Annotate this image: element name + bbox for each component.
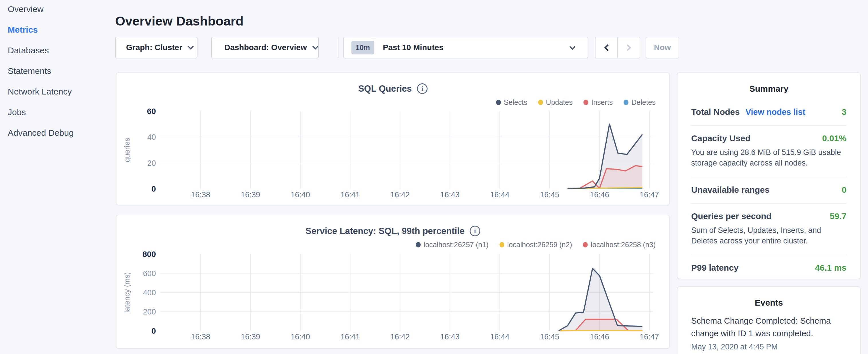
events-list: Schema Change Completed: Schema change w…	[677, 315, 860, 351]
graph-dropdown[interactable]: Graph: Cluster	[115, 37, 197, 58]
x-tick-label: 16:40	[290, 332, 310, 341]
event-timestamp: May 13, 2020 at 4:45 PM	[691, 343, 846, 351]
summary-row-value: 0.01%	[822, 133, 846, 143]
x-tick-label: 16:42	[390, 190, 410, 199]
y-tick-label: 60	[147, 107, 156, 116]
chevron-down-icon	[188, 43, 194, 49]
summary-row-description: Sum of Selects, Updates, Inserts, and De…	[691, 225, 846, 246]
sidebar-nav: OverviewMetricsDatabasesStatementsNetwor…	[0, 0, 106, 138]
x-tick-label: 16:47	[640, 190, 659, 199]
summary-row-capacity-used: Capacity Used0.01%You are using 28.6 MiB…	[691, 126, 846, 177]
x-tick-label: 16:45	[540, 332, 559, 341]
y-tick-label: 200	[143, 308, 156, 316]
sql-queries-chart-canvas[interactable]: 020406016:3816:3916:4016:4116:4216:4316:…	[116, 73, 671, 206]
summary-row-label: Unavailable ranges	[691, 185, 769, 195]
summary-rows: Total NodesView nodes list3Capacity Used…	[677, 99, 860, 281]
y-tick-label: 20	[147, 159, 156, 167]
x-tick-label: 16:42	[390, 332, 410, 341]
x-tick-label: 16:40	[290, 190, 310, 199]
sidebar-item-overview[interactable]: Overview	[8, 4, 106, 14]
chevron-left-icon	[604, 44, 611, 51]
x-tick-label: 16:41	[340, 332, 360, 341]
summary-row-queries-per-second: Queries per second59.7Sum of Selects, Up…	[691, 204, 846, 255]
sidebar-item-databases[interactable]: Databases	[8, 45, 106, 56]
summary-row-label: Total Nodes	[691, 107, 740, 117]
graph-dropdown-label: Graph: Cluster	[126, 43, 182, 52]
y-tick-label: 600	[143, 269, 156, 278]
x-tick-label: 16:43	[440, 190, 460, 199]
y-tick-label: 0	[151, 185, 156, 193]
page-title: Overview Dashboard	[115, 14, 244, 29]
time-range-badge: 10m	[351, 41, 374, 55]
event-item[interactable]: Schema Change Completed: Schema change w…	[691, 315, 846, 351]
chevron-right-icon	[624, 44, 631, 51]
summary-row-value: 46.1 ms	[815, 263, 846, 273]
y-tick-label: 800	[143, 250, 156, 259]
x-tick-label: 16:45	[540, 190, 559, 199]
chevron-down-icon	[569, 43, 576, 50]
y-tick-label: 40	[147, 133, 156, 141]
sql-queries-chart-panel: SQL Queries i SelectsUpdatesInsertsDelet…	[116, 72, 670, 205]
view-nodes-list-link[interactable]: View nodes list	[745, 107, 805, 117]
event-text: Schema Change Completed: Schema change w…	[691, 315, 846, 340]
time-range-label: Past 10 Minutes	[383, 43, 443, 52]
sidebar-item-statements[interactable]: Statements	[8, 66, 106, 76]
time-step-buttons	[595, 37, 640, 58]
summary-row-p99-latency: P99 latency46.1 ms	[691, 255, 846, 281]
x-tick-label: 16:41	[340, 190, 360, 199]
page: OverviewMetricsDatabasesStatementsNetwor…	[0, 0, 868, 354]
x-tick-label: 16:39	[241, 190, 260, 199]
summary-row-value: 59.7	[830, 212, 846, 221]
x-tick-label: 16:47	[640, 332, 659, 341]
summary-row-value: 0	[842, 185, 846, 195]
x-tick-label: 16:38	[191, 332, 210, 341]
events-panel: Events Schema Change Completed: Schema c…	[677, 286, 861, 354]
summary-panel: Summary Total NodesView nodes list3Capac…	[677, 72, 861, 279]
time-range-dropdown[interactable]: 10m Past 10 Minutes	[343, 37, 588, 58]
events-title: Events	[677, 298, 860, 308]
summary-row-description: You are using 28.6 MiB of 515.9 GiB usab…	[691, 147, 846, 168]
now-button[interactable]: Now	[646, 37, 679, 58]
chevron-down-icon	[312, 43, 318, 49]
summary-row-label: P99 latency	[691, 263, 739, 273]
summary-row-unavailable-ranges: Unavailable ranges0	[691, 177, 846, 204]
y-axis-label: queries	[123, 138, 131, 162]
service-latency-chart-panel: Service Latency: SQL, 99th percentile i …	[116, 215, 670, 349]
dashboard-dropdown[interactable]: Dashboard: Overview	[211, 37, 319, 58]
sidebar-item-network-latency[interactable]: Network Latency	[8, 87, 106, 97]
dashboard-dropdown-label: Dashboard: Overview	[224, 43, 307, 52]
summary-row-value: 3	[842, 107, 846, 117]
x-tick-label: 16:44	[490, 332, 509, 341]
next-time-button[interactable]	[617, 37, 640, 58]
x-tick-label: 16:38	[191, 190, 210, 199]
service-latency-chart-canvas[interactable]: 020040060080016:3816:3916:4016:4116:4216…	[116, 215, 671, 349]
gridlines	[160, 111, 654, 189]
summary-row-label: Capacity Used	[691, 133, 750, 143]
y-tick-label: 0	[151, 326, 156, 335]
summary-row-label: Queries per second	[691, 212, 771, 221]
summary-title: Summary	[677, 84, 860, 94]
sidebar-item-advanced-debug[interactable]: Advanced Debug	[8, 128, 106, 138]
x-tick-label: 16:46	[590, 332, 609, 341]
x-tick-label: 16:46	[590, 190, 609, 199]
x-tick-label: 16:44	[490, 190, 509, 199]
x-tick-label: 16:39	[241, 332, 260, 341]
toolbar-divider	[338, 37, 338, 58]
y-axis-label: latency (ms)	[123, 272, 131, 313]
sidebar-item-metrics[interactable]: Metrics	[8, 25, 106, 35]
prev-time-button[interactable]	[595, 37, 617, 58]
summary-row-total-nodes: Total NodesView nodes list3	[691, 99, 846, 126]
sidebar-item-jobs[interactable]: Jobs	[8, 107, 106, 118]
y-tick-label: 400	[143, 288, 156, 297]
x-tick-label: 16:43	[440, 332, 460, 341]
